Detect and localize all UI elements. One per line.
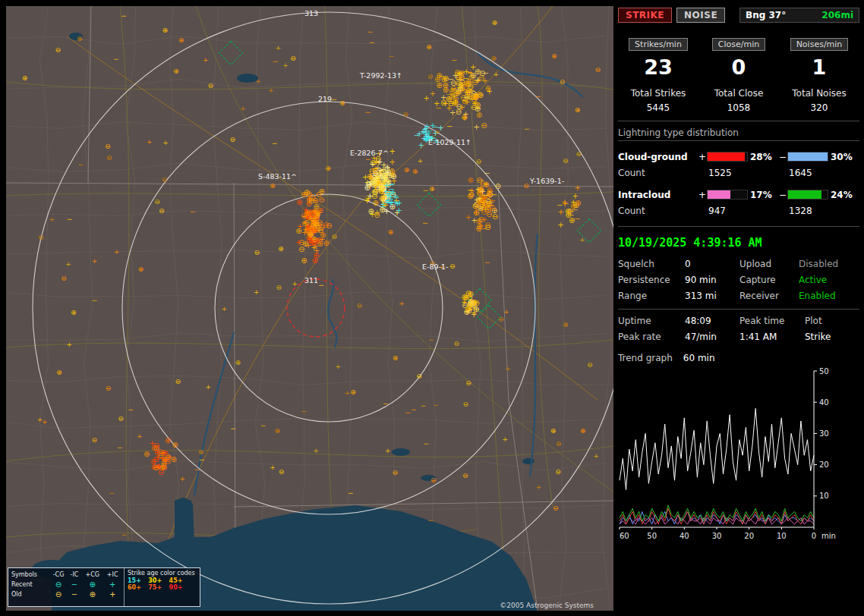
- svg-text:−: −: [273, 57, 279, 65]
- close-per-min-chip[interactable]: Close/min: [712, 38, 765, 51]
- noise-button[interactable]: NOISE: [676, 8, 725, 23]
- svg-text:+: +: [424, 94, 430, 102]
- series-ic-negative: [620, 505, 814, 521]
- noises-per-min-value: 1: [779, 55, 859, 79]
- svg-text:+: +: [424, 122, 430, 130]
- svg-text:⊕: ⊕: [485, 206, 491, 214]
- age-code: 60+: [128, 584, 148, 591]
- svg-text:⊖: ⊖: [556, 439, 562, 448]
- persistence-label: Persistence: [618, 275, 685, 285]
- svg-text:⊕: ⊕: [56, 368, 62, 376]
- svg-text:−: −: [113, 55, 119, 63]
- map-canvas: ⊕⊕⊕⊕⊕−⊖+⊖⊕⊕+⊖⊖⊖+−+⊕+⊖+−+⊖⊖+⊕++⊕⊕+⊕+−−−++…: [6, 6, 613, 611]
- cloud-ground-count-row: Count 1525 1645: [618, 165, 859, 181]
- svg-text:+: +: [282, 61, 289, 69]
- svg-text:⊖: ⊖: [454, 339, 460, 347]
- svg-text:E-1029-11↑: E-1029-11↑: [428, 138, 471, 146]
- cg-pos-count: 1525: [698, 168, 779, 178]
- cloud-ground-row: Cloud-ground + 28% − 30%: [618, 149, 859, 165]
- strike-button[interactable]: STRIKE: [618, 8, 672, 23]
- legend-col-IC: +IC: [103, 570, 121, 580]
- svg-text:+: +: [147, 137, 153, 146]
- app-window: ⊕⊕⊕⊕⊕−⊖+⊖⊕⊕+⊖⊖⊖+−+⊕+⊖+−+⊖⊖+⊕++⊕⊕+⊕+−−−++…: [0, 0, 864, 616]
- peak-rate-label: Peak rate: [618, 332, 685, 342]
- svg-text:−: −: [423, 439, 429, 448]
- svg-text:+: +: [562, 200, 568, 208]
- svg-text:+: +: [396, 206, 402, 215]
- svg-text:⊕: ⊕: [550, 426, 557, 435]
- svg-text:⊖: ⊖: [55, 46, 61, 54]
- svg-text:⊖: ⊖: [455, 79, 461, 87]
- svg-text:⊕: ⊕: [178, 36, 184, 44]
- svg-text:E-2826-7^: E-2826-7^: [350, 149, 389, 157]
- noises-per-min-chip[interactable]: Noises/min: [790, 38, 849, 51]
- svg-text:⊕: ⊕: [71, 308, 77, 316]
- svg-text:⊕: ⊕: [563, 320, 569, 328]
- svg-text:+: +: [502, 435, 508, 443]
- legend-age-codes: Strike age color codes15+30+45+60+75+90+: [125, 568, 200, 606]
- svg-text:⊖: ⊖: [465, 379, 471, 387]
- plot-value[interactable]: Strike: [805, 332, 859, 342]
- rates-row: Strikes/min 23 Total Strikes 5445 Close/…: [618, 38, 859, 113]
- svg-text:−: −: [466, 68, 472, 77]
- svg-text:+: +: [385, 446, 391, 454]
- svg-text:⊖: ⊖: [463, 400, 469, 408]
- svg-text:⊕: ⊕: [426, 42, 432, 51]
- peak-rate-value: 47/min: [685, 332, 739, 342]
- series-cg-positive: [620, 508, 814, 524]
- svg-text:⊕: ⊕: [429, 184, 435, 193]
- svg-text:−: −: [451, 56, 457, 64]
- svg-text:⊕: ⊕: [575, 199, 581, 207]
- svg-text:+: +: [465, 213, 471, 222]
- svg-text:+: +: [114, 247, 120, 256]
- svg-text:⊖: ⊖: [393, 468, 399, 476]
- trend-graph-header: Trend graph 60 min: [618, 353, 859, 363]
- svg-text:−: −: [433, 401, 439, 409]
- legend-symbol: ⊕: [81, 589, 103, 599]
- svg-text:−: −: [524, 124, 530, 133]
- svg-text:219: 219: [318, 95, 332, 103]
- close-per-min-value: 0: [698, 55, 779, 79]
- svg-text:⊖: ⊖: [106, 384, 112, 392]
- svg-text:⊕: ⊕: [302, 240, 308, 248]
- svg-text:⊖: ⊖: [560, 77, 566, 86]
- intracloud-row: Intracloud + 17% − 24%: [618, 187, 859, 203]
- svg-text:⊖: ⊖: [61, 274, 67, 282]
- svg-text:−: −: [449, 98, 456, 106]
- svg-text:+: +: [66, 340, 72, 348]
- svg-text:⊖: ⊖: [476, 157, 482, 165]
- capture-value: Active: [799, 275, 859, 285]
- svg-text:⊖: ⊖: [498, 315, 504, 323]
- cg-neg-bar: [788, 152, 828, 161]
- svg-text:+: +: [464, 304, 470, 313]
- svg-text:+: +: [579, 235, 585, 244]
- svg-text:⊕: ⊕: [436, 81, 442, 90]
- svg-text:⊕: ⊕: [296, 198, 302, 206]
- svg-text:⊕: ⊕: [436, 71, 442, 80]
- svg-text:⊕: ⊕: [551, 52, 557, 60]
- copyright-text: ©2005 Astrogenic Systems: [500, 602, 594, 609]
- x-axis-label: 50: [647, 532, 657, 540]
- svg-text:+: +: [292, 279, 298, 288]
- uptime-label: Uptime: [618, 316, 685, 326]
- svg-text:⊖: ⊖: [449, 262, 456, 270]
- svg-text:+: +: [503, 307, 509, 316]
- svg-text:⊕: ⊕: [387, 228, 393, 236]
- svg-text:311: 311: [304, 276, 318, 284]
- mode-row: STRIKE NOISE Bng 37° 206mi: [618, 8, 859, 23]
- range-value: 313 mi: [685, 291, 739, 301]
- svg-text:⊕: ⊕: [22, 74, 28, 82]
- svg-text:−: −: [365, 108, 371, 116]
- cg-neg-count: 1645: [779, 168, 859, 178]
- svg-text:+: +: [557, 221, 563, 229]
- svg-text:+: +: [474, 123, 480, 131]
- svg-text:⊖: ⊖: [356, 301, 362, 310]
- lightning-map[interactable]: ⊕⊕⊕⊕⊕−⊖+⊖⊕⊕+⊖⊖⊖+−+⊕+⊖+−+⊖⊖+⊕++⊕⊕+⊕+−−−++…: [6, 6, 613, 611]
- svg-text:−: −: [484, 169, 490, 178]
- total-strikes-label: Total Strikes: [618, 88, 698, 99]
- svg-text:E-89-1-: E-89-1-: [422, 262, 448, 271]
- svg-text:⊕: ⊕: [270, 181, 276, 190]
- strikes-per-min-chip[interactable]: Strikes/min: [629, 38, 688, 51]
- svg-text:+: +: [240, 104, 246, 112]
- svg-text:−: −: [117, 443, 123, 451]
